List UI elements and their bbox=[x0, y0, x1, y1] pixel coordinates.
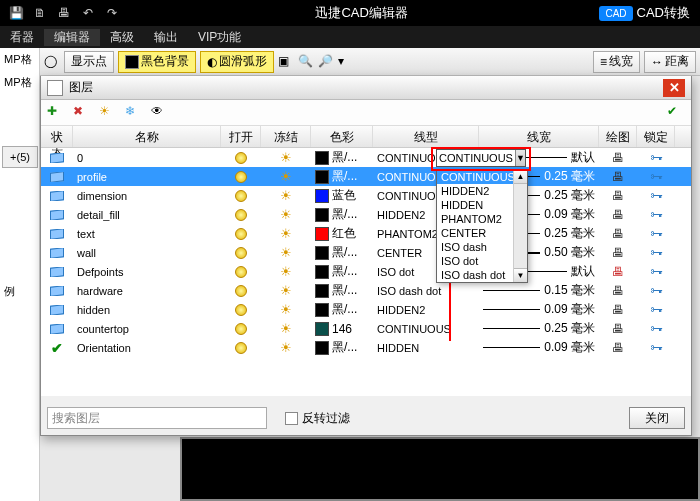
plot-cell[interactable]: 🖶 bbox=[599, 284, 637, 298]
print-icon[interactable]: 🖶 bbox=[54, 3, 74, 23]
plot-cell[interactable]: 🖶 bbox=[599, 208, 637, 222]
menu-output[interactable]: 输出 bbox=[144, 29, 188, 46]
linetype-cell[interactable]: HIDDEN2 bbox=[373, 304, 479, 316]
layer-row[interactable]: dimension☀蓝色CONTINUOUS0.25 毫米🖶🗝 bbox=[41, 186, 691, 205]
name-cell[interactable]: hidden bbox=[73, 304, 221, 316]
name-cell[interactable]: text bbox=[73, 228, 221, 240]
open-cell[interactable] bbox=[221, 209, 261, 221]
menu-advanced[interactable]: 高级 bbox=[100, 29, 144, 46]
lock-cell[interactable]: 🗝 bbox=[637, 283, 675, 298]
close-button[interactable]: ✕ bbox=[663, 79, 685, 97]
freeze-cell[interactable]: ☀ bbox=[261, 283, 311, 298]
layer-row[interactable]: text☀红色PHANTOM20.25 毫米🖶🗝 bbox=[41, 224, 691, 243]
name-cell[interactable]: 0 bbox=[73, 152, 221, 164]
layer-row[interactable]: Defpoints☀黑/...ISO dot默认🖶🗝 bbox=[41, 262, 691, 281]
col-name[interactable]: 名称 bbox=[73, 126, 221, 147]
col-lock[interactable]: 锁定 bbox=[637, 126, 675, 147]
lock-cell[interactable]: 🗝 bbox=[637, 150, 675, 165]
show-point-button[interactable]: 显示点 bbox=[64, 51, 114, 73]
lock-cell[interactable]: 🗝 bbox=[637, 245, 675, 260]
freeze-cell[interactable]: ☀ bbox=[261, 245, 311, 260]
tool-icon-1[interactable]: ▣ bbox=[278, 54, 294, 70]
lock-cell[interactable]: 🗝 bbox=[637, 169, 675, 184]
linetype-cell[interactable]: CONTINUOUS bbox=[373, 323, 479, 335]
zoom-in-icon[interactable]: 🔍 bbox=[298, 54, 314, 70]
chevron-down-icon[interactable]: ▾ bbox=[338, 54, 354, 70]
color-cell[interactable]: 黑/... bbox=[311, 301, 373, 318]
plot-cell[interactable]: 🖶 bbox=[599, 170, 637, 184]
circle-icon[interactable]: ◯ bbox=[44, 54, 60, 70]
open-cell[interactable] bbox=[221, 304, 261, 316]
plot-cell[interactable]: 🖶 bbox=[599, 322, 637, 336]
plus-button[interactable]: +(5) bbox=[2, 146, 38, 168]
plot-cell[interactable]: 🖶 bbox=[599, 189, 637, 203]
name-cell[interactable]: dimension bbox=[73, 190, 221, 202]
color-cell[interactable]: 黑/... bbox=[311, 206, 373, 223]
lock-cell[interactable]: 🗝 bbox=[637, 188, 675, 203]
freeze-cell[interactable]: ☀ bbox=[261, 188, 311, 203]
plot-cell[interactable]: 🖶 bbox=[599, 227, 637, 241]
col-plot[interactable]: 绘图 bbox=[599, 126, 637, 147]
lock-cell[interactable]: 🗝 bbox=[637, 302, 675, 317]
lineweight-button[interactable]: ≡线宽 bbox=[593, 51, 640, 73]
reverse-filter-checkbox[interactable]: 反转过滤 bbox=[285, 410, 350, 427]
color-cell[interactable]: 蓝色 bbox=[311, 187, 373, 204]
layer-row[interactable]: ✔Orientation☀黑/...HIDDEN0.09 毫米🖶🗝 bbox=[41, 338, 691, 357]
col-state[interactable]: 状态 bbox=[41, 126, 73, 147]
layer-row[interactable]: countertop☀146CONTINUOUS0.25 毫米🖶🗝 bbox=[41, 319, 691, 338]
scroll-up-icon[interactable]: ▲ bbox=[514, 170, 527, 184]
combo-arrow-icon[interactable]: ▼ bbox=[515, 150, 525, 166]
name-cell[interactable]: Orientation bbox=[73, 342, 221, 354]
check-icon[interactable]: ✔ bbox=[667, 104, 685, 122]
layer-row[interactable]: 0☀黑/...CONTINUOUS默认🖶🗝 bbox=[41, 148, 691, 167]
linetype-dropdown[interactable]: CONTINUOUSHIDDEN2HIDDENPHANTOM2CENTERISO… bbox=[436, 169, 528, 283]
open-cell[interactable] bbox=[221, 228, 261, 240]
color-cell[interactable]: 黑/... bbox=[311, 168, 373, 185]
name-cell[interactable]: countertop bbox=[73, 323, 221, 335]
linetype-combo[interactable]: CONTINUOUS ▼ bbox=[436, 149, 526, 167]
name-cell[interactable]: profile bbox=[73, 171, 221, 183]
distance-button[interactable]: ↔距离 bbox=[644, 51, 696, 73]
col-color[interactable]: 色彩 bbox=[311, 126, 373, 147]
col-open[interactable]: 打开 bbox=[221, 126, 261, 147]
menu-vip[interactable]: VIP功能 bbox=[188, 29, 251, 46]
linetype-cell[interactable]: ISO dash dot bbox=[373, 285, 479, 297]
plot-cell[interactable]: 🖶 bbox=[599, 151, 637, 165]
color-cell[interactable]: 黑/... bbox=[311, 339, 373, 356]
freeze-cell[interactable]: ☀ bbox=[261, 264, 311, 279]
color-cell[interactable]: 红色 bbox=[311, 225, 373, 242]
layers-dialog-titlebar[interactable]: 图层 ✕ bbox=[41, 76, 691, 100]
lineweight-cell[interactable]: 0.09 毫米 bbox=[479, 301, 599, 318]
plot-cell[interactable]: 🖶 bbox=[599, 341, 637, 355]
linetype-cell[interactable]: HIDDEN bbox=[373, 342, 479, 354]
lock-cell[interactable]: 🗝 bbox=[637, 264, 675, 279]
sun-icon[interactable]: ☀ bbox=[99, 104, 117, 122]
eye-icon[interactable]: 👁 bbox=[151, 104, 169, 122]
name-cell[interactable]: Defpoints bbox=[73, 266, 221, 278]
open-cell[interactable] bbox=[221, 247, 261, 259]
layer-row[interactable]: wall☀黑/...CENTER0.50 毫米🖶🗝 bbox=[41, 243, 691, 262]
redo-icon[interactable]: ↷ bbox=[102, 3, 122, 23]
freeze-cell[interactable]: ☀ bbox=[261, 207, 311, 222]
plot-cell[interactable]: 🖶 bbox=[599, 265, 637, 279]
new-layer-icon[interactable]: ✚ bbox=[47, 104, 65, 122]
open-cell[interactable] bbox=[221, 323, 261, 335]
saveall-icon[interactable]: 🗎 bbox=[30, 3, 50, 23]
search-layers-input[interactable]: 搜索图层 bbox=[47, 407, 267, 429]
freeze-cell[interactable]: ☀ bbox=[261, 340, 311, 355]
black-bg-button[interactable]: 黑色背景 bbox=[118, 51, 196, 73]
smooth-arc-button[interactable]: ◐圆滑弧形 bbox=[200, 51, 274, 73]
color-cell[interactable]: 146 bbox=[311, 322, 373, 336]
lock-cell[interactable]: 🗝 bbox=[637, 340, 675, 355]
freeze-cell[interactable]: ☀ bbox=[261, 169, 311, 184]
zoom-out-icon[interactable]: 🔎 bbox=[318, 54, 334, 70]
undo-icon[interactable]: ↶ bbox=[78, 3, 98, 23]
layer-row[interactable]: hidden☀黑/...HIDDEN20.09 毫米🖶🗝 bbox=[41, 300, 691, 319]
snow-icon[interactable]: ❄ bbox=[125, 104, 143, 122]
name-cell[interactable]: hardware bbox=[73, 285, 221, 297]
open-cell[interactable] bbox=[221, 152, 261, 164]
plot-cell[interactable]: 🖶 bbox=[599, 303, 637, 317]
delete-layer-icon[interactable]: ✖ bbox=[73, 104, 91, 122]
open-cell[interactable] bbox=[221, 266, 261, 278]
lock-cell[interactable]: 🗝 bbox=[637, 207, 675, 222]
